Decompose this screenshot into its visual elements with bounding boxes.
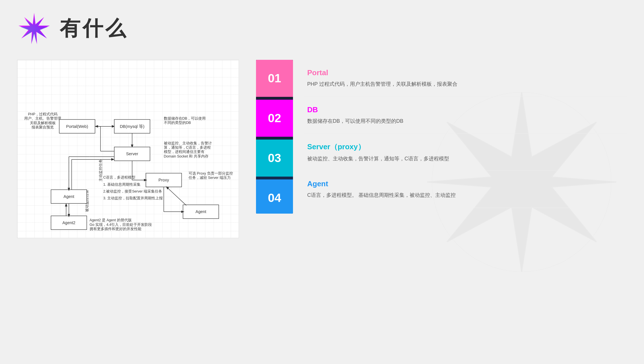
svg-text:1. 基础信息周期性采集: 1. 基础信息周期性采集 <box>103 183 141 187</box>
info-item-03: Server（proxy） 被动监控、主动收集，告警计算，通知等，C语言，多进程… <box>304 134 627 171</box>
number-block-04: 04 <box>256 179 293 214</box>
svg-text:模型，进程间通信主要有: 模型，进程间通信主要有 <box>164 150 205 154</box>
header: 有什么 <box>17 11 627 46</box>
right-panel: 01 02 03 04 Portal PHP 过程式代 <box>256 60 627 214</box>
info-desc-02: 数据储存在DB，可以使用不同的类型的DB <box>307 117 624 125</box>
number-label-02: 02 <box>268 111 281 125</box>
number-block-03: 03 <box>256 140 293 177</box>
svg-text:Portal(Web): Portal(Web) <box>66 124 88 129</box>
page-title: 有什么 <box>60 15 128 42</box>
info-desc-01: PHP 过程式代码，用户主机告警管理，关联及解析模板，报表聚合 <box>307 80 624 88</box>
info-item-04: Agent C语言，多进程模型。 基础信息周期性采集，被动监控、主动监控 <box>304 171 627 208</box>
svg-text:DB(mysql 等): DB(mysql 等) <box>120 124 145 129</box>
info-list: Portal PHP 过程式代码，用户主机告警管理，关联及解析模板，报表聚合 D… <box>304 60 627 214</box>
info-title-01: Portal <box>307 68 624 77</box>
svg-text:不同的类型的DB: 不同的类型的DB <box>164 121 191 125</box>
svg-text:报表聚合预览: 报表聚合预览 <box>31 125 54 129</box>
number-block-01: 01 <box>256 60 293 97</box>
svg-text:3. 主动监控，拉取配置并周期性上报: 3. 主动监控，拉取配置并周期性上报 <box>103 196 163 200</box>
svg-text:可选 Proxy 负责一部分监控: 可选 Proxy 负责一部分监控 <box>189 171 233 175</box>
svg-line-49 <box>166 187 186 205</box>
svg-text:关联及解析模板: 关联及解析模板 <box>30 121 56 125</box>
svg-text:算，通知等，C语言，多进程: 算，通知等，C语言，多进程 <box>164 145 211 150</box>
svg-text:Server: Server <box>126 152 138 156</box>
svg-text:PHP，过程式代码: PHP，过程式代码 <box>28 112 57 116</box>
info-title-03: Server（proxy） <box>307 142 624 152</box>
svg-text:Domain Socket 和 共享内存: Domain Socket 和 共享内存 <box>164 154 209 158</box>
info-title-02: DB <box>307 105 624 114</box>
main-content: PHP，过程式代码 用户、主机、告警管理 关联及解析模板 报表聚合预览 Port… <box>17 60 627 238</box>
number-label-03: 03 <box>268 151 281 165</box>
svg-text:数据储存在DB，可以使用: 数据储存在DB，可以使用 <box>164 116 206 120</box>
number-label-01: 01 <box>268 71 281 85</box>
info-desc-03: 被动监控、主动收集，告警计算，通知等，C语言，多进程模型 <box>307 155 624 163</box>
svg-text:被动监控、主动收集，告警计: 被动监控、主动收集，告警计 <box>164 141 212 145</box>
info-title-04: Agent <box>307 179 624 188</box>
info-desc-04: C语言，多进程模型。 基础信息周期性采集，被动监控、主动监控 <box>307 191 624 199</box>
svg-text:Agent: Agent <box>195 209 206 214</box>
svg-text:Agent2: Agent2 <box>62 220 75 225</box>
info-item-02: DB 数据储存在DB，可以使用不同的类型的DB <box>304 97 627 134</box>
svg-text:Go 实现，4.4引入，目前处于开发阶段: Go 实现，4.4引入，目前处于开发阶段 <box>90 223 152 227</box>
svg-text:任务，减轻 Server 端压力: 任务，减轻 Server 端压力 <box>188 176 231 180</box>
info-item-01: Portal PHP 过程式代码，用户主机告警管理，关联及解析模板，报表聚合 <box>304 60 627 97</box>
svg-marker-4 <box>20 16 48 42</box>
svg-text:C语言，多进程模型: C语言，多进程模型 <box>103 175 135 179</box>
svg-text:Agent: Agent <box>63 194 74 199</box>
svg-text:Agent2 是 Agent 的替代版: Agent2 是 Agent 的替代版 <box>90 218 132 222</box>
svg-text:主动监控任务: 主动监控任务 <box>98 159 103 181</box>
number-block-02: 02 <box>256 100 293 137</box>
logo-icon <box>17 11 51 46</box>
svg-text:用户、主机、告警管理: 用户、主机、告警管理 <box>24 116 61 120</box>
number-label-04: 04 <box>268 191 281 205</box>
svg-text:Proxy: Proxy <box>158 178 169 182</box>
diagram-area: PHP，过程式代码 用户、主机、告警管理 关联及解析模板 报表聚合预览 Port… <box>17 60 239 238</box>
svg-text:2.被动监控，接受Server 端采集任务: 2.被动监控，接受Server 端采集任务 <box>103 189 162 193</box>
svg-text:拥有更多插件和更好的并发性能: 拥有更多插件和更好的并发性能 <box>90 227 141 231</box>
